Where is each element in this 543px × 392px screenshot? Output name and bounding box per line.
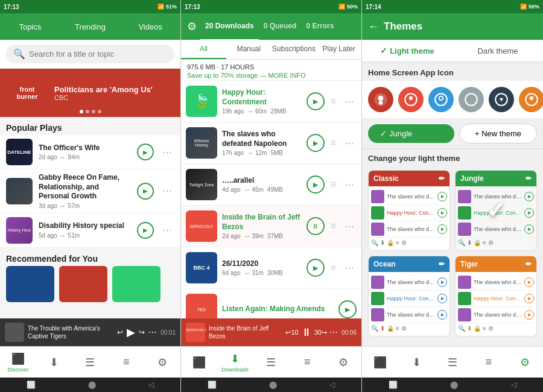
mini-player-2: SERIOUSLY Inside the Brain of Jeff Bezos… [181,318,361,346]
more-button[interactable]: ⋯ [342,138,357,149]
forward-icon[interactable]: ↪ [139,328,145,337]
nav-settings-3[interactable]: ⚙ [507,347,543,378]
more-button[interactable]: ⋯ [160,185,174,197]
nav-settings-btn[interactable]: ⚙ [144,347,180,378]
nav-topics[interactable]: Topics [0,13,60,40]
play-button[interactable]: ▶ [306,92,325,110]
nav-subs-btn[interactable]: ☰ [72,347,109,378]
rec-item[interactable] [6,266,54,302]
nav-downloads-3[interactable]: ⬇ [398,347,434,378]
download-icon: ⬇ [230,352,240,365]
light-theme-option[interactable]: ✓ Light theme [362,40,453,62]
play-button[interactable]: ▶ [306,259,325,277]
app-icon-6[interactable] [519,87,543,112]
edit-icon[interactable]: ✏ [526,260,532,268]
play-button[interactable]: ▶ [306,134,325,152]
nav-discover-2[interactable]: ⬛ [181,347,217,378]
forward-30-icon[interactable]: 30↪ [314,329,327,337]
item-meta: 4d ago ↔ 45m 49MB [222,186,302,193]
featured-banner[interactable]: frontburner Politicians are 'Among Us' C… [0,69,180,117]
new-theme-btn[interactable]: + New theme [459,124,537,144]
nav-settings-2[interactable]: ⚙ [325,347,361,378]
subtab-subscriptions[interactable]: Subscriptions [272,40,317,59]
play-pause-icon[interactable]: ▶ [127,326,135,339]
jungle-selected-btn[interactable]: ✓ Jungle [368,124,454,143]
theme-card-tiger[interactable]: Tiger ✏ The slaves who def... ▶ Happy Ho… [455,256,537,337]
nav-subs-2[interactable]: ☰ [253,347,290,378]
rewind-10-icon[interactable]: ↩10 [285,329,298,337]
rewind-icon[interactable]: ↩ [117,328,123,337]
play-button[interactable]: ▶ [137,183,154,200]
play-button[interactable]: ▶ [338,300,357,318]
square-btn[interactable]: ⬜ [27,381,36,389]
play-button[interactable]: ▶ [306,175,325,194]
app-icon-5[interactable] [489,87,514,112]
nav-trending[interactable]: Trending [60,13,121,40]
tab-downloads[interactable]: 20 Downloads [200,13,259,41]
tab-errors[interactable]: 0 Errors [301,13,338,41]
nav-playlist-btn[interactable]: ≡ [108,347,144,378]
bottom-nav-1: ⬛ Discover ⬇ ☰ ≡ ⚙ [0,346,180,378]
play-button[interactable]: ▶ [137,222,154,239]
more-button[interactable]: ⋯ [342,179,357,191]
square-btn[interactable]: ⬜ [389,381,398,389]
pause-icon[interactable]: ⏸ [301,326,312,339]
nav-playlist-3[interactable]: ≡ [471,347,507,378]
app-icon-4[interactable] [459,87,484,112]
home-btn[interactable]: ⬤ [450,381,458,389]
storage-save-link[interactable]: Save up to 70% storage — MORE INFO [187,72,355,79]
app-icon-2[interactable] [398,87,424,112]
rec-item[interactable] [112,266,160,302]
square-btn[interactable]: ⬜ [208,381,217,389]
theme-card-ocean[interactable]: Ocean ✏ The slaves who def... ▶ Happy Ho… [368,256,450,337]
more-button[interactable]: ⋯ [342,262,357,274]
dark-theme-option[interactable]: Dark theme [453,40,543,62]
back-btn[interactable]: ◁ [148,381,154,389]
nav-playlist-2[interactable]: ≡ [289,347,325,378]
nav-downloads-2[interactable]: ⬇ Downloads [217,347,253,378]
play-button[interactable]: ▶ [137,144,154,160]
search-box[interactable]: 🔍 [6,45,174,63]
nav-subs-3[interactable]: ☰ [434,347,471,378]
preview-icons: 🔍 ⬇ 🔒 ≡ ⚙ [458,238,534,248]
back-button[interactable]: ← [368,21,379,33]
nav-discover-3[interactable]: ⬛ [362,347,398,378]
nav-discover[interactable]: ⬛ Discover [0,347,36,378]
rec-item[interactable] [59,266,107,302]
banner-subtitle: CBC [54,94,153,101]
nav-downloads-btn[interactable]: ⬇ [36,347,72,378]
home-btn[interactable]: ⬤ [88,381,96,389]
more-options-icon[interactable]: ⋯ [329,327,338,337]
home-btn[interactable]: ⬤ [269,381,277,389]
edit-icon[interactable]: ✏ [439,174,445,183]
more-button[interactable]: ⋯ [342,96,357,107]
preview-row: Happy Hour: Conte... ▶ [458,205,534,221]
status-icons-3: 📶 50% [520,4,539,10]
edit-icon[interactable]: ✏ [526,174,532,183]
download-item: Twilight Zone …..arallel 4d ago ↔ 45m 49… [181,164,361,206]
more-button[interactable]: ⋯ [160,224,174,236]
theme-card-jungle[interactable]: Jungle ✏ The slaves who def... ▶ Happy H… [455,170,537,251]
discover-icon: ⬛ [373,356,387,369]
back-btn[interactable]: ◁ [329,381,335,389]
edit-icon[interactable]: ✏ [439,260,445,268]
subtab-all[interactable]: All [181,40,226,59]
more-button[interactable]: ⋯ [160,147,174,158]
subtab-manual[interactable]: Manual [226,40,272,59]
app-icon-1[interactable] [368,87,393,112]
playlist-icon: ≡ [123,356,130,368]
more-options-icon[interactable]: ⋯ [148,327,157,337]
download-icon: ⬇ [49,356,59,369]
search-input[interactable] [29,49,167,58]
more-button[interactable]: ⋯ [342,221,357,232]
back-btn[interactable]: ◁ [511,381,516,389]
search-bar: 🔍 [0,40,180,69]
theme-card-classic[interactable]: Classic ✏ The slaves who def... ▶ Happy … [368,170,450,251]
panel-downloads: 17:13 📶 50% ⚙ 20 Downloads 0 Queued 0 Er… [181,0,362,392]
pause-button[interactable]: ⏸ [306,217,325,235]
subtab-playlater[interactable]: Play Later [316,40,361,59]
nav-videos[interactable]: Videos [120,13,180,40]
app-icon-3[interactable] [428,87,454,112]
tab-queued[interactable]: 0 Queued [259,13,302,41]
item-meta: 19h ago ↔ 60m 28MB [222,108,302,115]
